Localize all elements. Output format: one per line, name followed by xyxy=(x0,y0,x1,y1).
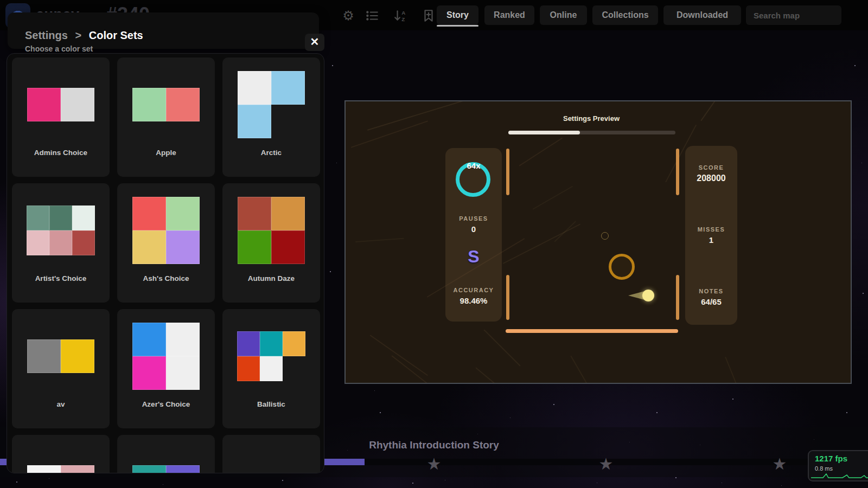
fps-counter-overlay: 1217 fps 0.8 ms xyxy=(808,450,868,481)
notes-value: 64/65 xyxy=(685,297,737,306)
field-corner-bar xyxy=(506,275,509,320)
color-set-tile[interactable]: av xyxy=(12,309,110,428)
color-swatch xyxy=(61,339,94,373)
color-swatch xyxy=(132,356,166,390)
color-swatch-group xyxy=(222,316,320,397)
color-set-name: Autumn Daze xyxy=(222,274,320,282)
color-swatch xyxy=(72,230,95,255)
color-swatch xyxy=(27,206,49,230)
color-set-tile[interactable]: Arctic xyxy=(222,57,320,177)
color-swatch-group xyxy=(117,64,215,145)
color-set-name: Apple xyxy=(117,149,215,157)
hud-right-panel: SCORE 208000 MISSES 1 NOTES 64/65 xyxy=(685,146,737,325)
color-set-tile[interactable]: Ballistic xyxy=(222,309,320,428)
color-swatch-group xyxy=(117,190,215,271)
speed-streak-line xyxy=(355,238,404,242)
color-swatch xyxy=(166,88,200,121)
color-set-tile[interactable] xyxy=(117,435,215,473)
preview-progress-track xyxy=(508,131,675,134)
color-swatch xyxy=(260,331,283,356)
tab-downloaded[interactable]: Downloaded xyxy=(663,5,741,25)
color-set-tile[interactable] xyxy=(222,435,320,473)
accuracy-label: ACCURACY xyxy=(445,287,502,293)
tab-story[interactable]: Story xyxy=(437,5,478,25)
color-swatch-group xyxy=(117,441,215,473)
speed-streak-line xyxy=(369,335,428,376)
tab-online[interactable]: Online xyxy=(540,5,587,25)
faded-note-ring xyxy=(601,232,609,240)
color-set-tile[interactable]: Ash's Choice xyxy=(117,183,215,303)
color-swatch xyxy=(27,88,61,121)
color-set-tile[interactable] xyxy=(12,435,110,473)
speed-streak-line xyxy=(475,367,526,384)
misses-value: 1 xyxy=(685,235,737,245)
speed-streak-line xyxy=(554,221,576,242)
color-swatch xyxy=(260,356,283,381)
color-swatch-group xyxy=(222,441,320,473)
score-label: SCORE xyxy=(685,164,737,171)
breadcrumb-color-sets: Color Sets xyxy=(89,29,143,41)
story-star-icon: ★ xyxy=(425,454,443,473)
color-swatch xyxy=(237,331,260,356)
color-swatch xyxy=(61,88,94,121)
color-swatch xyxy=(49,206,72,230)
color-swatch xyxy=(283,331,305,356)
color-swatch xyxy=(238,230,271,264)
app-screen: cuney #340 ⚙ A Z Story Ranked xyxy=(0,0,868,488)
color-set-tile[interactable]: Admins Choice xyxy=(12,57,110,177)
settings-gear-icon[interactable]: ⚙ xyxy=(341,8,356,23)
color-swatch xyxy=(72,206,95,230)
color-swatch xyxy=(166,230,200,264)
preview-title: Settings Preview xyxy=(510,114,673,123)
color-set-tile[interactable]: Azer's Choice xyxy=(117,309,215,428)
color-swatch xyxy=(166,197,200,230)
search-map-input[interactable] xyxy=(746,5,841,25)
breadcrumb-separator: > xyxy=(75,29,81,41)
color-sets-modal-body: Admins ChoiceAppleArcticArtist's ChoiceA… xyxy=(7,53,324,473)
preview-progress-fill xyxy=(508,131,580,134)
color-set-name: Ash's Choice xyxy=(117,274,215,282)
field-corner-bar xyxy=(506,149,509,195)
speed-streak-line xyxy=(519,137,563,166)
tab-ranked[interactable]: Ranked xyxy=(484,5,534,25)
color-swatch xyxy=(271,197,305,230)
color-swatch xyxy=(132,197,166,230)
color-set-tile[interactable]: Autumn Daze xyxy=(222,183,320,303)
color-set-name: Ballistic xyxy=(222,400,320,408)
bookmark-add-icon[interactable] xyxy=(421,8,436,23)
color-swatch xyxy=(166,465,200,473)
color-swatch xyxy=(132,323,166,356)
speed-streak-line xyxy=(351,120,428,148)
color-set-tile[interactable]: Apple xyxy=(117,57,215,177)
combo-value: 64x xyxy=(445,161,502,170)
svg-text:A: A xyxy=(401,10,405,16)
accuracy-value: 98.46% xyxy=(445,296,502,305)
color-set-name: Arctic xyxy=(222,149,320,157)
list-icon[interactable] xyxy=(365,8,380,23)
pauses-value: 0 xyxy=(445,224,502,234)
color-swatch xyxy=(61,465,94,473)
speed-streak-line xyxy=(700,100,773,121)
color-swatch xyxy=(237,356,260,381)
tab-collections[interactable]: Collections xyxy=(592,5,658,25)
color-sets-modal-header: Settings > Color Sets Choose a color set… xyxy=(8,12,319,49)
judgement-line xyxy=(506,329,678,333)
fps-sparkline xyxy=(811,471,868,479)
color-set-tile[interactable]: Artist's Choice xyxy=(12,183,110,303)
color-swatch xyxy=(27,339,61,373)
sort-alpha-icon[interactable]: A Z xyxy=(393,8,408,23)
story-star-icon: ★ xyxy=(770,454,789,473)
color-swatch xyxy=(132,465,166,473)
speed-streak-line xyxy=(391,355,471,384)
color-swatch-group xyxy=(222,190,320,271)
settings-preview-panel: Settings Preview 64x PAUSES 0 S ACCURACY… xyxy=(344,100,852,384)
color-swatch xyxy=(238,197,271,230)
color-swatch-group xyxy=(12,316,110,397)
hud-left-panel: 64x PAUSES 0 S ACCURACY 98.46% xyxy=(445,148,502,322)
color-set-grid: Admins ChoiceAppleArcticArtist's ChoiceA… xyxy=(12,57,320,473)
modal-subtitle: Choose a color set xyxy=(25,44,93,53)
pauses-label: PAUSES xyxy=(445,215,502,222)
breadcrumb: Settings > Color Sets xyxy=(25,29,143,42)
close-icon[interactable]: ✕ xyxy=(305,34,324,51)
breadcrumb-settings[interactable]: Settings xyxy=(25,29,68,41)
